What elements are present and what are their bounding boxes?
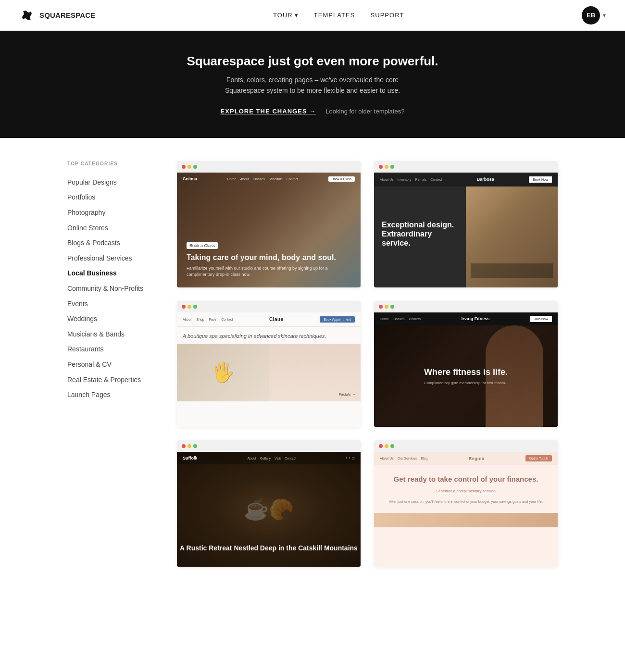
nav-support[interactable]: SUPPORT: [371, 12, 404, 19]
templates-row-2: About Shop Face Contact Claue Book Appoi…: [177, 301, 558, 427]
t1-description: Familiarize yourself with our studio and…: [187, 265, 351, 277]
sidebar-item-portfolios[interactable]: Portfolios: [67, 190, 154, 205]
templates-row-1: Colima Home About Classes Schedule Conta…: [177, 161, 558, 287]
chrome-dot-yellow: [188, 444, 191, 448]
template-card-irving-fitness[interactable]: Home Classes Trainers Irving Fitness Joi…: [374, 301, 558, 427]
twitter-icon: t: [349, 456, 350, 460]
chrome-dot-red: [182, 165, 186, 169]
nav-templates[interactable]: TEMPLATES: [314, 12, 355, 19]
facebook-icon: f: [346, 456, 347, 460]
hero-subtitle: Fonts, colors, creating pages – we've ov…: [225, 75, 400, 96]
t2-image: [466, 187, 558, 287]
template-card-colima[interactable]: Colima Home About Classes Schedule Conta…: [177, 161, 361, 287]
t6-footer-image: [374, 513, 558, 527]
chrome-dot-yellow: [188, 305, 191, 309]
card-chrome: [374, 440, 558, 452]
templates-row-3: Suffolk About Gallery Visit Contact f t …: [177, 440, 558, 567]
chrome-dot-green: [193, 165, 197, 169]
t1-brand-label: Colima: [183, 176, 197, 181]
older-templates-link[interactable]: Looking for older templates?: [325, 108, 404, 115]
chrome-dot-yellow: [385, 444, 388, 448]
template-preview-colima: Colima Home About Classes Schedule Conta…: [177, 173, 361, 287]
chrome-dot-red: [379, 165, 383, 169]
sidebar-item-real-estate[interactable]: Real Estate & Properties: [67, 373, 154, 388]
t5-brand-label: Suffolk: [183, 456, 198, 460]
template-card-suffolk[interactable]: Suffolk About Gallery Visit Contact f t …: [177, 440, 361, 567]
t5-tagline: A Rustic Retreat Nestled Deep in the Cat…: [177, 544, 361, 552]
t6-brand-label: Regina: [469, 456, 485, 461]
t6-schedule-link[interactable]: Schedule a complimentary session: [382, 489, 550, 493]
sidebar-item-personal-cv[interactable]: Personal & CV: [67, 357, 154, 373]
sidebar-item-popular-designs[interactable]: Popular Designs: [67, 175, 154, 190]
template-card-claue[interactable]: About Shop Face Contact Claue Book Appoi…: [177, 301, 361, 427]
hero-banner: Squarespace just got even more powerful.…: [0, 31, 625, 138]
chrome-dot-yellow: [385, 305, 388, 309]
t3-headline: A boutique spa specializing in advanced …: [183, 333, 355, 340]
template-card-regina[interactable]: About Us Our Services Blog Regina Get in…: [374, 440, 558, 567]
t2-brand-label: Barbosa: [477, 177, 494, 182]
sidebar-item-launch-pages[interactable]: Launch Pages: [67, 387, 154, 403]
explore-changes-link[interactable]: EXPLORE THE CHANGES →: [221, 108, 316, 115]
t2-header: About Us Inventory Rentals Contact Barbo…: [374, 173, 558, 187]
chrome-dot-red: [379, 444, 383, 448]
t4-tagline: Where fitness is life.: [424, 367, 508, 378]
main-layout: TOP CATEGORIES Popular Designs Portfolio…: [48, 161, 577, 605]
template-preview-irving-fitness: Home Classes Trainers Irving Fitness Joi…: [374, 312, 558, 427]
hand-image: 🖐: [211, 361, 235, 384]
template-preview-claue: About Shop Face Contact Claue Book Appoi…: [177, 312, 361, 427]
chrome-dot-green: [390, 444, 394, 448]
sidebar-item-online-stores[interactable]: Online Stores: [67, 221, 154, 236]
hero-title: Squarespace just got even more powerful.: [187, 54, 438, 69]
t4-brand-label: Irving Fitness: [462, 316, 490, 321]
t3-brand-label: Claue: [269, 317, 284, 322]
chrome-dot-green: [390, 305, 394, 309]
t1-tagline: Taking care of your mind, body and soul.: [187, 253, 351, 263]
template-preview-regina: About Us Our Services Blog Regina Get in…: [374, 452, 558, 567]
nav-links: TOUR ▾ TEMPLATES SUPPORT: [273, 12, 404, 19]
sidebar-item-community-nonprofits[interactable]: Community & Non-Profits: [67, 281, 154, 297]
nav-tour[interactable]: TOUR ▾: [273, 12, 299, 19]
sidebar: TOP CATEGORIES Popular Designs Portfolio…: [67, 161, 154, 567]
t6-headline: Get ready to take control of your financ…: [382, 474, 550, 484]
sidebar-section-label: TOP CATEGORIES: [67, 161, 154, 166]
user-menu[interactable]: EB ▾: [582, 6, 606, 25]
t4-hero: Where fitness is life. Complimentary gym…: [374, 325, 558, 427]
t3-facials-link: Facials →: [338, 392, 356, 397]
avatar: EB: [582, 6, 600, 25]
template-card-barbosa[interactable]: About Us Inventory Rentals Contact Barbo…: [374, 161, 558, 287]
template-preview-suffolk: Suffolk About Gallery Visit Contact f t …: [177, 452, 361, 567]
main-nav: SQUARESPACE TOUR ▾ TEMPLATES SUPPORT EB …: [0, 0, 625, 31]
templates-grid: Colima Home About Classes Schedule Conta…: [177, 161, 558, 567]
logo[interactable]: SQUARESPACE: [19, 8, 95, 23]
t1-content: Book a Class Taking care of your mind, b…: [187, 240, 351, 278]
t2-headline: Exceptional design. Extraordinary servic…: [382, 220, 458, 248]
sidebar-item-restaurants[interactable]: Restaurants: [67, 342, 154, 357]
sidebar-item-blogs-podcasts[interactable]: Blogs & Podcasts: [67, 236, 154, 251]
chrome-dot-green: [193, 444, 197, 448]
card-chrome: [177, 161, 361, 173]
card-chrome: [374, 161, 558, 173]
chevron-down-icon: ▾: [603, 12, 606, 19]
chrome-dot-red: [379, 305, 383, 309]
chrome-dot-green: [193, 305, 197, 309]
logo-text: SQUARESPACE: [39, 11, 95, 19]
sidebar-item-professional-services[interactable]: Professional Services: [67, 251, 154, 266]
sidebar-item-local-business[interactable]: Local Business: [67, 266, 154, 281]
t2-hero: Exceptional design. Extraordinary servic…: [374, 187, 558, 287]
card-chrome: [177, 301, 361, 312]
chrome-dot-green: [390, 165, 394, 169]
chrome-dot-yellow: [385, 165, 388, 169]
card-chrome: [374, 301, 558, 312]
sidebar-item-events[interactable]: Events: [67, 297, 154, 312]
chrome-dot-red: [182, 444, 186, 448]
sidebar-item-weddings[interactable]: Weddings: [67, 311, 154, 327]
chevron-down-icon: ▾: [295, 12, 299, 19]
template-preview-barbosa: About Us Inventory Rentals Contact Barbo…: [374, 173, 558, 287]
chrome-dot-red: [182, 305, 186, 309]
chrome-dot-yellow: [188, 165, 191, 169]
sidebar-item-musicians-bands[interactable]: Musicians & Bands: [67, 327, 154, 342]
t5-content: A Rustic Retreat Nestled Deep in the Cat…: [177, 544, 361, 552]
hero-actions: EXPLORE THE CHANGES → Looking for older …: [221, 108, 405, 115]
sidebar-item-photography[interactable]: Photography: [67, 205, 154, 221]
instagram-icon: ◻: [352, 456, 355, 460]
